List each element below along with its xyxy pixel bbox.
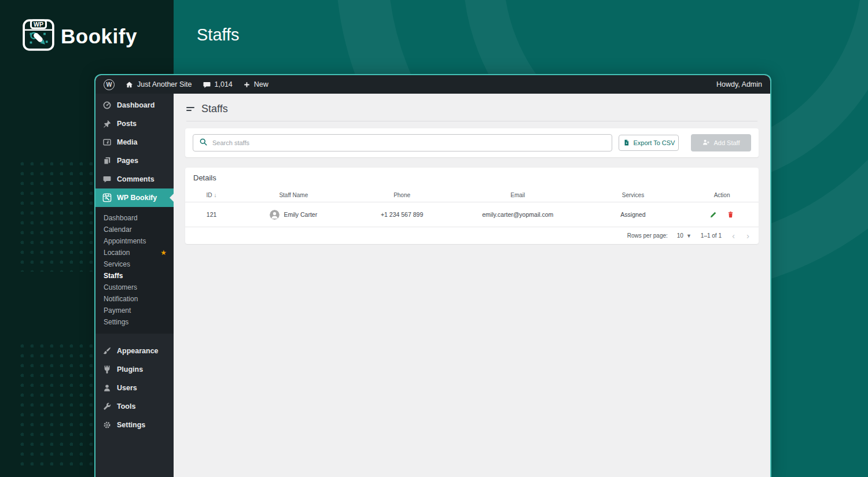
submenu-item-services[interactable]: Services xyxy=(95,258,174,270)
sidebar-item-users[interactable]: Users xyxy=(95,379,174,397)
pages-icon xyxy=(102,156,112,165)
search-box[interactable] xyxy=(193,134,612,151)
sidebar-item-tools[interactable]: Tools xyxy=(95,397,174,416)
wordpress-logo-icon[interactable]: W xyxy=(104,79,115,90)
home-icon xyxy=(125,80,134,89)
brand-logo: WP Bookify xyxy=(22,19,137,54)
sidebar-item-dashboard[interactable]: Dashboard xyxy=(95,96,174,114)
search-input[interactable] xyxy=(212,139,606,146)
comment-bubble-icon xyxy=(203,80,211,89)
admin-bar-new[interactable]: New xyxy=(243,80,269,88)
star-icon: ★ xyxy=(160,249,167,257)
sidebar-item-pages[interactable]: Pages xyxy=(95,151,174,170)
pushpin-icon xyxy=(102,119,112,128)
admin-bar-howdy[interactable]: Howdy, Admin xyxy=(716,80,762,88)
search-icon xyxy=(199,138,208,149)
wp-sidebar: Dashboard Posts Media Pages Comments xyxy=(95,94,174,477)
cell-actions xyxy=(685,210,759,219)
cell-phone: +1 234 567 899 xyxy=(349,211,454,218)
comment-icon xyxy=(102,175,112,184)
cell-staff-name: Emily Carter xyxy=(238,210,349,220)
user-icon xyxy=(102,383,112,393)
plus-icon xyxy=(243,81,251,88)
submenu-item-customers[interactable]: Customers xyxy=(95,282,174,293)
rows-per-page-label: Rows per page: xyxy=(627,232,668,239)
submenu-item-dashboard[interactable]: Dashboard xyxy=(95,212,174,224)
wrench-icon xyxy=(102,402,112,411)
banner-page-title: Staffs xyxy=(197,25,240,45)
submenu-item-location[interactable]: Location ★ xyxy=(95,247,174,258)
media-icon xyxy=(102,138,112,147)
avatar xyxy=(270,210,279,220)
bookify-logo-icon: WP xyxy=(22,19,55,54)
edit-pencil-icon[interactable] xyxy=(709,210,718,219)
cell-services: Assigned xyxy=(581,211,685,218)
sidebar-item-appearance[interactable]: Appearance xyxy=(95,342,174,360)
sort-desc-icon: ↓ xyxy=(214,192,217,198)
table-header-row: ID ↓ Staff Name Phone Email Services Act… xyxy=(185,188,759,202)
pagination-range: 1–1 of 1 xyxy=(701,232,722,239)
gear-icon xyxy=(102,420,112,430)
column-header-phone: Phone xyxy=(349,192,454,198)
caret-down-icon: ▼ xyxy=(686,233,692,239)
svg-text:WP: WP xyxy=(34,21,43,28)
comment-count: 1,014 xyxy=(215,80,233,88)
wp-admin-bar: W Just Another Site 1,014 New Howdy, Adm… xyxy=(95,75,770,94)
column-header-id[interactable]: ID ↓ xyxy=(185,192,238,198)
admin-bar-comments[interactable]: 1,014 xyxy=(203,80,233,89)
sidebar-item-comments[interactable]: Comments xyxy=(95,170,174,188)
export-csv-button[interactable]: Export To CSV xyxy=(619,135,679,151)
cell-id: 121 xyxy=(185,211,238,218)
submenu-item-calendar[interactable]: Calendar xyxy=(95,224,174,235)
page-header: Staffs xyxy=(186,103,757,121)
toolbar-card: Export To CSV Add Staff xyxy=(185,128,759,157)
delete-trash-icon[interactable] xyxy=(727,210,734,219)
table-footer: Rows per page: 10 ▼ 1–1 of 1 ‹ › xyxy=(185,227,759,244)
sidebar-item-posts[interactable]: Posts xyxy=(95,114,174,133)
next-page-button[interactable]: › xyxy=(745,231,751,240)
sidebar-item-wp-bookify[interactable]: WP Bookify xyxy=(95,188,174,207)
export-file-icon xyxy=(623,139,630,147)
bookify-badge-icon xyxy=(102,193,112,202)
card-title: Details xyxy=(185,173,759,188)
sidebar-item-media[interactable]: Media xyxy=(95,133,174,151)
submenu-item-staffs[interactable]: Staffs xyxy=(95,270,174,282)
submenu-item-notification[interactable]: Notification xyxy=(95,293,174,305)
submenu-item-payment[interactable]: Payment xyxy=(95,305,174,316)
sort-lines-icon[interactable] xyxy=(186,105,194,113)
previous-page-button[interactable]: ‹ xyxy=(731,231,736,240)
brush-icon xyxy=(102,346,112,356)
gauge-icon xyxy=(102,101,112,110)
site-name: Just Another Site xyxy=(137,80,192,88)
cell-email: emily.carter@yopmail.com xyxy=(455,211,581,218)
submenu-item-appointments[interactable]: Appointments xyxy=(95,235,174,247)
submenu-item-settings[interactable]: Settings xyxy=(95,316,174,328)
table-row: 121 Emily Carter +1 234 567 899 emily.ca… xyxy=(185,202,759,227)
pixel-dots-pattern xyxy=(17,341,95,465)
plug-icon xyxy=(102,365,112,374)
admin-screenshot-frame: W Just Another Site 1,014 New Howdy, Adm… xyxy=(94,74,771,477)
person-add-icon xyxy=(702,138,710,147)
column-header-staff-name: Staff Name xyxy=(238,192,349,198)
sidebar-item-settings[interactable]: Settings xyxy=(95,416,174,434)
rows-per-page-select[interactable]: 10 ▼ xyxy=(677,232,692,239)
sidebar-spacer xyxy=(95,334,174,342)
admin-bar-site-link[interactable]: Just Another Site xyxy=(125,80,192,89)
bookify-submenu: Dashboard Calendar Appointments Location… xyxy=(95,207,174,334)
sidebar-item-plugins[interactable]: Plugins xyxy=(95,360,174,379)
details-card: Details ID ↓ Staff Name Phone Email Serv… xyxy=(185,168,759,244)
brand-name: Bookify xyxy=(61,25,137,48)
pixel-dots-pattern xyxy=(17,159,95,272)
page-title: Staffs xyxy=(201,103,228,115)
add-staff-button[interactable]: Add Staff xyxy=(691,134,751,151)
main-content: Staffs Export To CSV Add Staff xyxy=(174,94,770,477)
column-header-action: Action xyxy=(685,192,759,198)
column-header-services: Services xyxy=(581,192,685,198)
column-header-email: Email xyxy=(455,192,581,198)
new-label: New xyxy=(254,80,269,88)
